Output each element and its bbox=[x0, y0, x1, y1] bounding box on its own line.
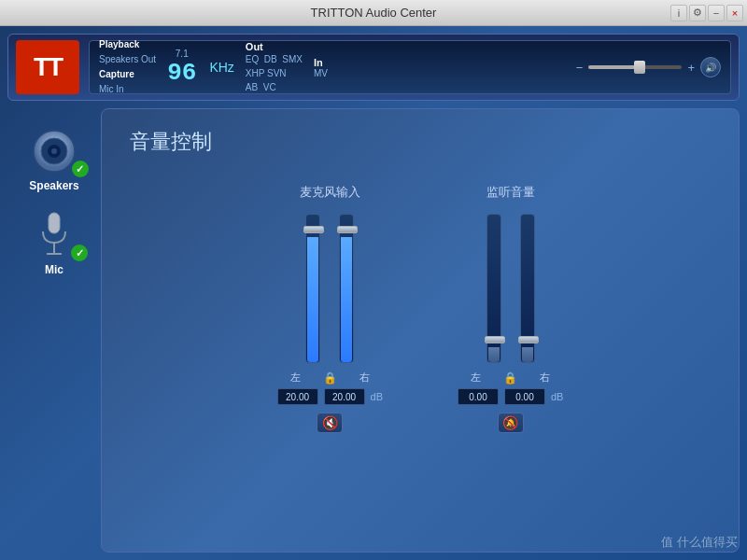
mic-group-title: 麦克风输入 bbox=[300, 184, 360, 201]
settings-button[interactable]: ⚙ bbox=[689, 5, 706, 21]
mic-left-db-input[interactable] bbox=[277, 388, 318, 405]
mic-right-label: 右 bbox=[359, 371, 370, 385]
info-section: Playback Speakers Out Capture Mic In 7.1… bbox=[89, 40, 731, 94]
mic-mute-button[interactable]: 🔇 bbox=[317, 413, 343, 433]
mic-right-slider-wrap bbox=[339, 214, 354, 363]
mic-lock-icon[interactable]: 🔒 bbox=[323, 371, 337, 385]
in-label: In bbox=[314, 57, 328, 68]
mic-input-group: 麦克风输入 bbox=[277, 184, 383, 433]
monitor-left-slider-wrap bbox=[486, 214, 501, 363]
in-items: MV bbox=[314, 68, 328, 78]
mic-left-thumb[interactable] bbox=[303, 226, 324, 233]
main-window: TT Playback Speakers Out Capture Mic In … bbox=[0, 26, 747, 560]
watermark: 值 什么值得买 bbox=[661, 534, 738, 551]
out-items: EQ DB SMX XHP SVN AB VC bbox=[246, 52, 303, 94]
mic-in-label: Mic In bbox=[99, 82, 156, 97]
speakers-label: Speakers bbox=[29, 179, 78, 192]
mic-db-unit: dB bbox=[371, 391, 383, 402]
sample-unit: KHz bbox=[209, 60, 233, 75]
monitor-right-db-input[interactable] bbox=[504, 388, 545, 405]
svg-point-3 bbox=[51, 148, 57, 154]
monitor-group: 监听音量 bbox=[458, 184, 563, 433]
monitor-left-db-input[interactable] bbox=[458, 388, 499, 405]
sidebar-item-speakers[interactable]: Speakers ✓ bbox=[29, 127, 78, 192]
monitor-left-thumb[interactable] bbox=[485, 336, 505, 343]
monitor-left-fill bbox=[488, 347, 500, 362]
mic-check: ✓ bbox=[71, 245, 88, 261]
info-button[interactable]: i bbox=[670, 5, 687, 21]
sample-rate: 96 bbox=[167, 59, 196, 87]
mic-right-track[interactable] bbox=[339, 214, 354, 363]
mic-dual-sliders bbox=[305, 214, 354, 363]
vol-plus[interactable]: + bbox=[687, 61, 695, 75]
mic-slider-bottom: 左 🔒 右 dB 🔇 bbox=[277, 371, 383, 433]
vol-minus[interactable]: − bbox=[576, 61, 584, 75]
monitor-left-label: 左 bbox=[471, 371, 481, 385]
mic-right-db-input[interactable] bbox=[324, 388, 365, 405]
vol-icon-btn[interactable]: 🔊 bbox=[700, 57, 721, 77]
mic-left-fill bbox=[307, 237, 318, 362]
title-bar: TRITTON Audio Center i ⚙ − × bbox=[0, 0, 747, 26]
monitor-left-track[interactable] bbox=[486, 214, 501, 363]
playback-label: Playback bbox=[99, 37, 156, 52]
mic-label: Mic bbox=[45, 263, 63, 276]
capture-label: Capture bbox=[99, 67, 156, 82]
in-section: In MV bbox=[314, 57, 328, 78]
volume-slider-container bbox=[588, 65, 682, 69]
mic-right-thumb[interactable] bbox=[337, 226, 358, 233]
monitor-db-unit: dB bbox=[551, 391, 563, 402]
volume-slider[interactable] bbox=[588, 65, 682, 69]
mic-right-fill bbox=[341, 237, 352, 362]
mic-lr-labels: 左 🔒 右 bbox=[290, 371, 370, 385]
vol-speaker-icon: 🔊 bbox=[705, 63, 716, 73]
main-content-panel: 音量控制 麦克风输入 bbox=[101, 108, 740, 553]
monitor-group-title: 监听音量 bbox=[486, 184, 535, 201]
monitor-right-fill bbox=[522, 347, 533, 362]
close-button[interactable]: × bbox=[726, 5, 743, 21]
monitor-mute-button[interactable]: 🔕 bbox=[498, 413, 524, 433]
monitor-dual-sliders bbox=[486, 214, 535, 363]
speakers-check: ✓ bbox=[72, 161, 89, 177]
mic-left-track[interactable] bbox=[305, 214, 320, 363]
monitor-right-label: 右 bbox=[540, 371, 550, 385]
monitor-right-slider-wrap bbox=[520, 214, 535, 363]
speakers-out-label: Speakers Out bbox=[99, 52, 156, 67]
sidebar-item-mic[interactable]: Mic ✓ bbox=[30, 211, 78, 276]
logo-text: TT bbox=[34, 52, 62, 82]
monitor-db-inputs: dB bbox=[458, 388, 563, 405]
out-label: Out bbox=[246, 41, 303, 52]
minimize-button[interactable]: − bbox=[708, 5, 725, 21]
monitor-right-track[interactable] bbox=[520, 214, 535, 363]
monitor-right-thumb[interactable] bbox=[518, 336, 539, 343]
page-title: 音量控制 bbox=[130, 128, 711, 156]
content-area: Speakers ✓ Mic ✓ 音量控制 bbox=[7, 108, 740, 553]
sliders-row: 麦克风输入 bbox=[130, 184, 711, 533]
out-section: Out EQ DB SMX XHP SVN AB VC bbox=[246, 41, 303, 94]
mic-mute-icon: 🔇 bbox=[322, 415, 338, 430]
mic-left-slider-wrap bbox=[305, 214, 320, 363]
mic-left-label: 左 bbox=[290, 371, 301, 385]
playback-info: Playback Speakers Out Capture Mic In bbox=[99, 37, 156, 97]
sidebar: Speakers ✓ Mic ✓ bbox=[7, 108, 101, 553]
volume-control: − + 🔊 bbox=[576, 57, 721, 77]
monitor-lock-icon[interactable]: 🔒 bbox=[503, 371, 517, 385]
volume-slider-thumb bbox=[634, 61, 645, 74]
monitor-slider-bottom: 左 🔒 右 dB 🔕 bbox=[458, 371, 563, 433]
channels-label: 7.1 bbox=[176, 49, 189, 59]
monitor-mute-icon: 🔕 bbox=[502, 415, 518, 430]
logo-box: TT bbox=[16, 40, 79, 94]
mic-db-inputs: dB bbox=[277, 388, 383, 405]
window-controls: i ⚙ − × bbox=[670, 5, 743, 21]
monitor-lr-labels: 左 🔒 右 bbox=[471, 371, 550, 385]
header-panel: TT Playback Speakers Out Capture Mic In … bbox=[7, 34, 740, 101]
svg-rect-4 bbox=[49, 213, 60, 233]
app-title: TRITTON Audio Center bbox=[311, 6, 437, 20]
